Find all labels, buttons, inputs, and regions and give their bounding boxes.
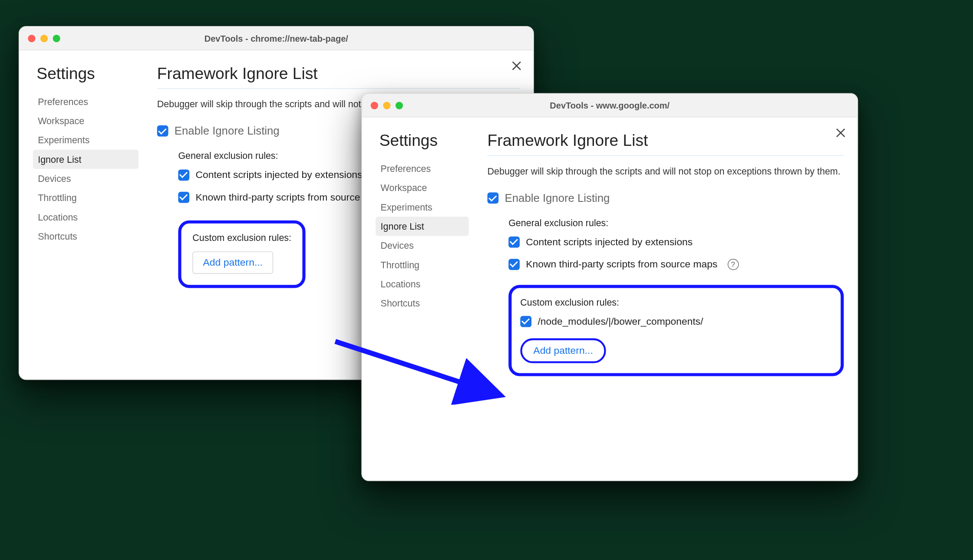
traffic-lights	[362, 102, 403, 109]
devtools-window-front: DevTools - www.google.com/ Settings Pref…	[361, 93, 858, 481]
sidebar-item-workspace[interactable]: Workspace	[33, 111, 139, 130]
sidebar-item-workspace[interactable]: Workspace	[376, 178, 468, 197]
sidebar-item-shortcuts[interactable]: Shortcuts	[33, 227, 139, 246]
custom-rules-label: Custom exclusion rules:	[192, 232, 291, 242]
close-icon[interactable]	[834, 126, 847, 139]
enable-ignore-listing-row[interactable]: Enable Ignore Listing	[488, 192, 844, 205]
content-area: Settings Preferences Workspace Experimen…	[362, 117, 858, 481]
settings-sidebar: Settings Preferences Workspace Experimen…	[376, 128, 468, 467]
settings-sidebar: Settings Preferences Workspace Experimen…	[33, 62, 139, 366]
maximize-light[interactable]	[53, 34, 60, 42]
rule2-label: Known third-party scripts from source ma…	[195, 192, 387, 203]
custom-rules-highlight: Custom exclusion rules: /node_modules/|/…	[508, 285, 844, 376]
close-icon[interactable]	[510, 59, 523, 72]
rule1-label: Content scripts injected by extensions	[195, 169, 362, 181]
page-title: Framework Ignore List	[488, 131, 844, 156]
enable-ignore-checkbox[interactable]	[157, 125, 168, 137]
rule1-checkbox[interactable]	[508, 236, 520, 247]
enable-ignore-checkbox[interactable]	[488, 193, 499, 204]
minimize-light[interactable]	[40, 34, 48, 42]
custom-rules-highlight: Custom exclusion rules: Add pattern...	[178, 220, 305, 288]
sidebar-item-ignore-list[interactable]: Ignore List	[376, 217, 468, 236]
general-rules-label: General exclusion rules:	[508, 217, 844, 227]
add-pattern-button[interactable]: Add pattern...	[520, 338, 606, 363]
rule2-checkbox[interactable]	[508, 259, 520, 270]
custom-rules-label: Custom exclusion rules:	[520, 296, 829, 307]
window-title: DevTools - www.google.com/	[362, 100, 858, 110]
sidebar-item-preferences[interactable]: Preferences	[33, 92, 139, 111]
custom-pattern-row[interactable]: /node_modules/|/bower_components/	[520, 316, 829, 327]
close-light[interactable]	[371, 102, 378, 109]
sidebar-item-locations[interactable]: Locations	[376, 274, 468, 293]
rule1-label: Content scripts injected by extensions	[526, 236, 693, 247]
close-light[interactable]	[28, 34, 35, 42]
settings-main: Framework Ignore List Debugger will skip…	[469, 128, 844, 467]
rule-third-party[interactable]: Known third-party scripts from source ma…	[508, 259, 844, 270]
page-title: Framework Ignore List	[157, 64, 520, 89]
enable-ignore-label: Enable Ignore Listing	[175, 125, 280, 138]
enable-ignore-label: Enable Ignore Listing	[505, 192, 610, 205]
sidebar-item-experiments[interactable]: Experiments	[376, 198, 468, 217]
page-description: Debugger will skip through the scripts a…	[488, 165, 844, 178]
custom-pattern-checkbox[interactable]	[520, 316, 531, 327]
window-title: DevTools - chrome://new-tab-page/	[19, 33, 533, 43]
sidebar-title: Settings	[33, 64, 139, 83]
titlebar: DevTools - chrome://new-tab-page/	[19, 26, 533, 50]
traffic-lights	[19, 34, 60, 42]
sidebar-item-shortcuts[interactable]: Shortcuts	[376, 293, 468, 313]
maximize-light[interactable]	[396, 102, 403, 109]
sidebar-item-devices[interactable]: Devices	[33, 169, 139, 188]
sidebar-item-ignore-list[interactable]: Ignore List	[33, 150, 139, 169]
rule1-checkbox[interactable]	[178, 169, 189, 181]
help-icon[interactable]: ?	[727, 259, 739, 270]
minimize-light[interactable]	[383, 102, 390, 109]
custom-pattern-text: /node_modules/|/bower_components/	[538, 316, 703, 327]
sidebar-item-locations[interactable]: Locations	[33, 208, 139, 227]
sidebar-title: Settings	[376, 131, 468, 150]
rule-content-scripts[interactable]: Content scripts injected by extensions	[508, 236, 844, 247]
titlebar: DevTools - www.google.com/	[362, 94, 858, 117]
sidebar-item-throttling[interactable]: Throttling	[33, 188, 139, 207]
sidebar-item-throttling[interactable]: Throttling	[376, 255, 468, 274]
add-pattern-button[interactable]: Add pattern...	[192, 251, 273, 273]
rule2-label: Known third-party scripts from source ma…	[526, 259, 717, 270]
rule2-checkbox[interactable]	[178, 192, 189, 203]
sidebar-item-preferences[interactable]: Preferences	[376, 159, 468, 178]
sidebar-item-experiments[interactable]: Experiments	[33, 130, 139, 149]
sidebar-item-devices[interactable]: Devices	[376, 236, 468, 255]
